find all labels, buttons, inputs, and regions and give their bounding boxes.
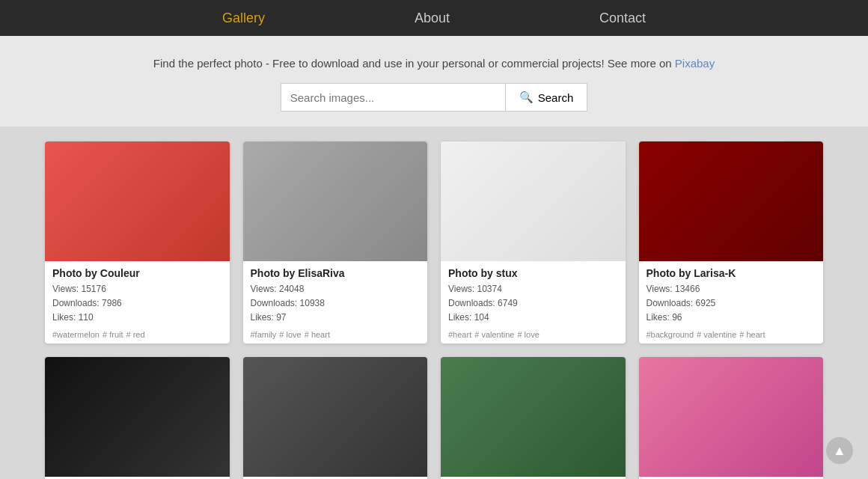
card-author: Photo by ElisaRiva: [251, 267, 421, 279]
gallery-card[interactable]: Photo by Katzenfee50 Views: 18910 Downlo…: [243, 357, 428, 479]
card-downloads: Downloads: 10938: [251, 296, 421, 311]
card-image: [243, 357, 428, 477]
gallery-card[interactable]: Photo by Couleur Views: 15176 Downloads:…: [45, 141, 230, 344]
tag[interactable]: #background: [647, 330, 694, 339]
card-image: [45, 141, 230, 261]
search-bar: red heart love 🔍 Search: [281, 83, 588, 112]
gallery-card[interactable]: Photo by pixel2013 Views: 6153 Downloads…: [441, 357, 626, 479]
card-meta: Views: 24048 Downloads: 10938 Likes: 97: [251, 282, 421, 326]
hero-tagline: Find the perfect photo - Free to downloa…: [15, 57, 853, 70]
card-body: Photo by Katzenfee50 Views: 18910 Downlo…: [243, 477, 428, 479]
card-body: Photo by ElisaRiva Views: 24048 Download…: [243, 261, 428, 344]
card-image: [243, 141, 428, 261]
card-views: Views: 15176: [52, 282, 222, 296]
tag[interactable]: # red: [126, 330, 145, 339]
card-image: [45, 357, 230, 477]
gallery-card[interactable]: Photo by Larisa-K Views: 13466 Downloads…: [639, 141, 824, 344]
gallery-grid: Photo by Couleur Views: 15176 Downloads:…: [45, 141, 823, 479]
tag[interactable]: # love: [517, 330, 539, 339]
search-button[interactable]: 🔍 Search: [505, 83, 588, 112]
card-likes: Likes: 97: [251, 311, 421, 325]
card-downloads: Downloads: 6925: [647, 296, 816, 311]
card-views: Views: 24048: [251, 282, 421, 296]
card-downloads: Downloads: 6749: [448, 296, 618, 311]
tag[interactable]: # heart: [739, 330, 765, 339]
search-button-label: Search: [538, 91, 574, 104]
card-tags: #background# valentine# heart: [647, 330, 816, 339]
card-author: Photo by stux: [448, 267, 618, 279]
card-meta: Views: 13466 Downloads: 6925 Likes: 96: [647, 282, 816, 326]
card-image: [441, 141, 626, 261]
hero-section: Find the perfect photo - Free to downloa…: [0, 36, 868, 126]
search-icon: 🔍: [519, 91, 534, 104]
card-body: Photo by Larisa-K Views: 13466 Downloads…: [639, 261, 824, 344]
tag[interactable]: # fruit: [103, 330, 123, 339]
tag[interactable]: # valentine: [697, 330, 736, 339]
card-image: [441, 357, 626, 477]
tag[interactable]: #heart: [448, 330, 471, 339]
gallery-card[interactable]: Photo by Kranich17 Views: 20372 Download…: [639, 357, 824, 479]
pixabay-link[interactable]: Pixabay: [675, 57, 715, 70]
tag[interactable]: # valentine: [474, 330, 514, 339]
card-downloads: Downloads: 7986: [52, 296, 222, 311]
card-likes: Likes: 96: [647, 311, 816, 325]
card-image: [639, 357, 824, 477]
card-body: Photo by stux Views: 10374 Downloads: 67…: [441, 261, 626, 344]
tag[interactable]: # love: [279, 330, 301, 339]
nav-gallery[interactable]: Gallery: [222, 10, 265, 26]
back-to-top-button[interactable]: ▲: [826, 437, 853, 464]
nav-about[interactable]: About: [415, 10, 450, 26]
tag[interactable]: # heart: [305, 330, 330, 339]
gallery-card[interactable]: Photo by stux Views: 10374 Downloads: 67…: [441, 141, 626, 344]
main-nav: Gallery About Contact: [0, 0, 868, 36]
card-image: [639, 141, 824, 261]
card-tags: #heart# valentine# love: [448, 330, 618, 339]
gallery-section: Photo by Couleur Views: 15176 Downloads:…: [0, 126, 868, 479]
card-body: Photo by pixel2013 Views: 10746 Download…: [45, 477, 230, 479]
tag[interactable]: #watermelon: [52, 330, 100, 339]
card-meta: Views: 15176 Downloads: 7986 Likes: 110: [52, 282, 222, 326]
card-views: Views: 10374: [448, 282, 618, 296]
card-meta: Views: 10374 Downloads: 6749 Likes: 104: [448, 282, 618, 326]
card-body: Photo by Kranich17 Views: 20372 Download…: [639, 477, 824, 479]
card-views: Views: 13466: [647, 282, 816, 296]
card-author: Photo by Larisa-K: [647, 267, 816, 279]
search-input[interactable]: red heart love: [281, 83, 505, 112]
card-body: Photo by Couleur Views: 15176 Downloads:…: [45, 261, 230, 344]
gallery-card[interactable]: Photo by pixel2013 Views: 10746 Download…: [45, 357, 230, 479]
card-author: Photo by Couleur: [52, 267, 222, 279]
tag[interactable]: #family: [251, 330, 277, 339]
gallery-card[interactable]: Photo by ElisaRiva Views: 24048 Download…: [243, 141, 428, 344]
nav-contact[interactable]: Contact: [599, 10, 646, 26]
card-tags: #watermelon# fruit# red: [52, 330, 222, 339]
card-likes: Likes: 110: [52, 311, 222, 325]
card-body: Photo by pixel2013 Views: 6153 Downloads…: [441, 477, 626, 479]
card-likes: Likes: 104: [448, 311, 618, 325]
card-tags: #family# love# heart: [251, 330, 421, 339]
